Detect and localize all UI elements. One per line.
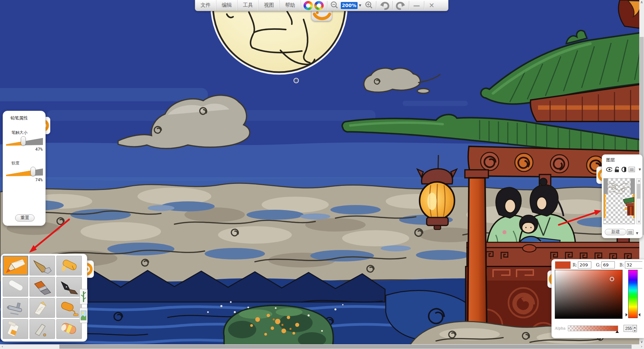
layer-thumbnail-art	[604, 179, 635, 224]
tool-paper-stump[interactable]	[30, 298, 55, 318]
chalk-icon	[4, 279, 27, 295]
scroll-right-icon[interactable]: ›	[639, 344, 644, 349]
saturation-value-picker[interactable]	[555, 270, 623, 319]
clown-smile-icon	[314, 14, 330, 19]
minimize-button[interactable]: —	[410, 0, 423, 11]
pointed-brush-icon	[31, 257, 54, 274]
airbrush-icon	[4, 300, 27, 316]
layer-scroll-up-icon[interactable]: ∧	[637, 179, 641, 183]
layer-menu-dropdown-icon[interactable]: ▼	[637, 168, 642, 171]
hue-slider[interactable]	[628, 270, 638, 318]
tool-scraper[interactable]	[30, 319, 55, 339]
zoom-level-value[interactable]: 200%	[341, 2, 358, 9]
mascot-rainbow-icon[interactable]	[314, 1, 324, 10]
softness-label: 软度	[11, 160, 45, 166]
menu-file[interactable]: 文件	[195, 0, 216, 11]
bamboo-icon	[80, 290, 87, 303]
tool-flat-brush[interactable]	[30, 277, 55, 297]
softness-slider[interactable]	[6, 167, 43, 178]
scroll-down-icon[interactable]: ∨	[639, 340, 644, 344]
alpha-marker[interactable]	[615, 331, 619, 333]
tool-palette	[1, 254, 87, 342]
main-toolbar: 文件 编辑 工具 视图 帮助 200% ▼ — ✕	[195, 0, 448, 11]
ink-pen-icon	[57, 279, 81, 295]
layer-thumbnail[interactable]	[603, 178, 635, 224]
brush-size-value: 47%	[3, 147, 43, 152]
alpha-input[interactable]	[624, 325, 633, 332]
redo-icon	[395, 1, 406, 10]
pencil-panel-title: 铅笔属性	[10, 115, 45, 121]
layer-menu-icon[interactable]	[629, 167, 635, 172]
layer-list-scrollbar[interactable]: ∧ ∨	[636, 178, 641, 224]
layers-options-dropdown-icon[interactable]: ▼	[635, 232, 640, 235]
current-color-swatch	[555, 261, 571, 269]
g-label: G:	[596, 263, 601, 267]
softness-value: 74%	[3, 178, 43, 182]
hue-marker-left[interactable]	[626, 313, 628, 316]
hscroll-thumb[interactable]	[59, 345, 632, 349]
reset-button[interactable]: 重置	[15, 214, 35, 221]
tool-paint-tube[interactable]	[3, 319, 28, 339]
paint-tube-icon	[4, 321, 27, 338]
layers-options-icon[interactable]	[627, 230, 634, 235]
scraper-icon	[31, 321, 54, 338]
g-input[interactable]	[601, 261, 615, 268]
paint-roller-icon	[57, 300, 81, 316]
toolbar-clown-handle[interactable]	[311, 10, 332, 21]
picture-stamp-tab[interactable]	[79, 308, 88, 323]
canvas-horizontal-scrollbar[interactable]: ‹ ›	[0, 344, 644, 349]
pencil-properties-panel: 铅笔属性 笔触大小 47% 软度 74% 重置	[3, 111, 46, 226]
drawing-canvas[interactable]	[0, 0, 644, 349]
zoom-in-button[interactable]	[363, 0, 375, 11]
tool-crayon[interactable]	[56, 256, 82, 276]
tool-paint-roller[interactable]	[56, 298, 82, 318]
scroll-up-icon[interactable]: ∧	[639, 0, 644, 5]
b-input[interactable]	[625, 261, 642, 268]
eraser-icon	[57, 321, 81, 338]
sv-cursor[interactable]	[610, 277, 614, 281]
eye-icon[interactable]	[606, 167, 612, 172]
tool-pointed-brush[interactable]	[30, 256, 55, 276]
menu-edit[interactable]: 编辑	[216, 0, 237, 11]
color-picker-panel: R: G: B: Alpha ▲▼	[551, 259, 644, 338]
tool-eraser[interactable]	[56, 319, 82, 339]
alpha-spinner[interactable]: ▲▼	[624, 325, 637, 332]
undo-button[interactable]	[377, 0, 392, 11]
tool-airbrush[interactable]	[3, 298, 28, 318]
paper-stump-icon	[31, 300, 54, 316]
brush-size-label: 笔触大小	[11, 130, 45, 136]
undo-icon	[379, 1, 390, 10]
alpha-slider[interactable]	[568, 326, 618, 331]
close-button[interactable]: ✕	[425, 0, 438, 11]
b-label: B:	[620, 263, 624, 267]
r-input[interactable]	[578, 261, 591, 268]
mascot-happy-icon[interactable]	[304, 1, 313, 10]
alpha-down-icon[interactable]: ▼	[633, 329, 637, 333]
hue-marker-right[interactable]	[638, 313, 640, 316]
menu-view[interactable]: 视图	[259, 0, 280, 11]
tool-chalk[interactable]	[3, 277, 28, 297]
zoom-in-icon	[365, 1, 373, 10]
bamboo-stamp-tab[interactable]	[79, 289, 88, 304]
alpha-label: Alpha	[555, 326, 566, 331]
crayon-icon	[57, 257, 81, 274]
menu-help[interactable]: 帮助	[280, 0, 301, 11]
zoom-dropdown-icon[interactable]: ▼	[358, 4, 363, 7]
brush-size-slider[interactable]	[6, 136, 43, 147]
scroll-left-icon[interactable]: ‹	[0, 344, 5, 349]
alpha-up-icon[interactable]: ▲	[633, 325, 637, 329]
zoom-out-button[interactable]	[328, 0, 341, 11]
new-layer-button[interactable]: 新建	[605, 229, 626, 235]
layers-panel: 图层 ▼ ∧ ∨ 新建 ▼	[602, 154, 643, 238]
redo-button[interactable]	[393, 0, 408, 11]
layer-scroll-down-icon[interactable]: ∨	[637, 219, 641, 224]
menu-tools[interactable]: 工具	[237, 0, 259, 11]
contrast-icon[interactable]	[622, 167, 627, 172]
tool-ink-pen[interactable]	[56, 277, 82, 297]
unlock-icon[interactable]	[614, 167, 619, 172]
brush-size-thumb[interactable]	[21, 136, 26, 146]
tool-pencil[interactable]	[3, 256, 28, 276]
app-window: ∧ ∨ ‹ › 文件 编辑 工具 视图 帮助 200% ▼ — ✕ 铅笔属性 笔…	[0, 0, 644, 349]
softness-thumb[interactable]	[31, 167, 36, 176]
pencil-icon	[4, 257, 27, 274]
